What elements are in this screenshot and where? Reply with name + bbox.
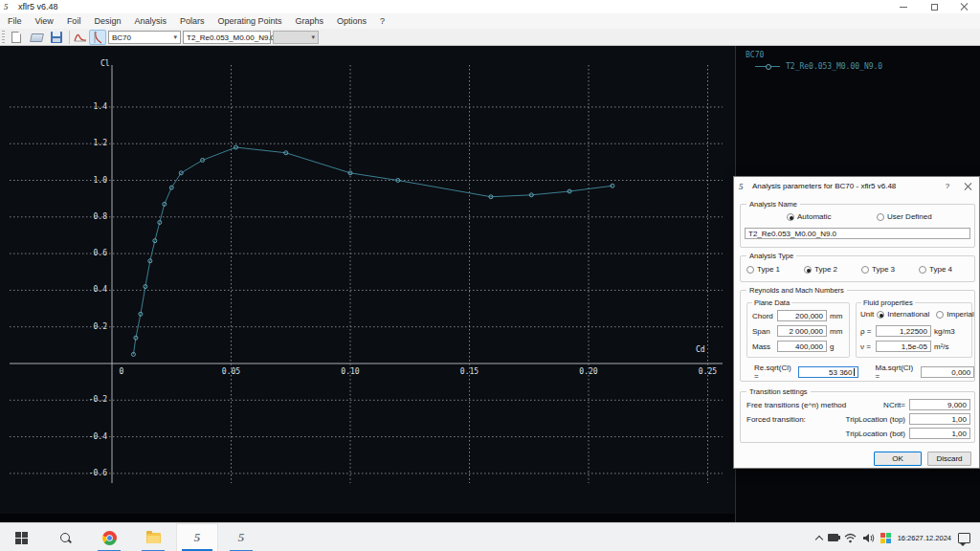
legend-curve-sample-icon bbox=[755, 66, 780, 67]
menu-analysis[interactable]: Analysis bbox=[127, 13, 173, 29]
trip-top-label: TripLocation (top) bbox=[846, 415, 905, 424]
dialog-title: Analysis parameters for BC70 - xflr5 v6.… bbox=[752, 182, 896, 190]
taskbar-explorer-button[interactable] bbox=[132, 523, 174, 551]
foil-curve-icon bbox=[74, 31, 87, 44]
taskbar-chrome-button[interactable] bbox=[88, 523, 130, 551]
tray-volume-button[interactable] bbox=[859, 523, 878, 551]
analysis-type-group-title: Analysis Type bbox=[746, 252, 796, 260]
xflr5-window: xflr5 v6.48 File View Foil Design Analys… bbox=[0, 0, 980, 551]
taskbar-xflr5-button-2[interactable]: 5 bbox=[220, 523, 262, 551]
unit-label: Unit bbox=[860, 310, 874, 319]
ma-sqrt-input[interactable]: 0,000 bbox=[921, 366, 974, 378]
y-tick-label: -0.6 bbox=[82, 469, 107, 477]
tray-network-button[interactable] bbox=[841, 523, 859, 551]
camera-icon bbox=[828, 534, 838, 541]
ncrit-label: NCrit= bbox=[883, 401, 905, 409]
dialog-help-button[interactable]: ? bbox=[937, 177, 958, 195]
re-sqrt-input[interactable]: 53 360 bbox=[798, 366, 858, 378]
menu-polars[interactable]: Polars bbox=[173, 13, 212, 29]
speaker-icon bbox=[862, 533, 875, 543]
mass-unit: g bbox=[830, 342, 834, 351]
menu-help[interactable]: ? bbox=[373, 13, 391, 29]
menu-graphs[interactable]: Graphs bbox=[288, 13, 330, 29]
wifi-icon bbox=[844, 533, 857, 543]
discard-button[interactable]: Discard bbox=[927, 452, 971, 466]
analysis-name-input[interactable]: T2_Re0.053_M0.00_N9.0 bbox=[745, 228, 970, 239]
radio-type3[interactable] bbox=[861, 266, 869, 274]
nu-input[interactable]: 1,5e-05 bbox=[876, 341, 931, 352]
action-center-button[interactable] bbox=[955, 523, 980, 551]
y-tick-label: 0.2 bbox=[82, 322, 107, 331]
chevron-up-icon bbox=[814, 535, 822, 542]
close-icon bbox=[965, 183, 972, 190]
span-input[interactable]: 2 000,000 bbox=[777, 325, 827, 337]
polar-select-value: T2_Re0.053_M0.00_N9.0 bbox=[187, 33, 275, 42]
foil-select[interactable]: BC70 ▾ bbox=[108, 31, 181, 44]
x-tick-label: 0.10 bbox=[336, 367, 365, 376]
y-tick-label: -0.2 bbox=[82, 395, 107, 404]
radio-type1[interactable] bbox=[746, 266, 754, 274]
dialog-close-button[interactable] bbox=[958, 177, 979, 195]
x-tick-label: 0.25 bbox=[694, 367, 723, 376]
y-tick-label: 0.8 bbox=[82, 212, 107, 221]
taskbar-xflr5-button-active[interactable]: 5 bbox=[176, 523, 218, 551]
taskbar-search-button[interactable] bbox=[44, 523, 86, 551]
operating-point-select[interactable]: ▾ bbox=[273, 31, 319, 44]
y-axis-title: Cl bbox=[100, 59, 123, 68]
polar-view-button[interactable] bbox=[89, 30, 106, 45]
reynolds-mach-group: Reynolds and Mach Numbers Plane Data Cho… bbox=[740, 290, 975, 382]
radio-user-defined[interactable] bbox=[877, 213, 884, 221]
open-project-button[interactable] bbox=[28, 30, 45, 45]
taskbar: 5 5 bbox=[0, 522, 980, 551]
trip-top-input[interactable]: 1,00 bbox=[909, 413, 970, 425]
y-tick-label: -0.4 bbox=[82, 432, 107, 441]
radio-type4[interactable] bbox=[919, 266, 926, 274]
opp-view-button[interactable] bbox=[72, 30, 89, 45]
radio-type3-label: Type 3 bbox=[872, 265, 895, 274]
y-tick-label: 0.4 bbox=[82, 285, 107, 294]
save-project-button[interactable] bbox=[48, 30, 65, 45]
radio-type4-label: Type 4 bbox=[929, 265, 952, 274]
radio-international[interactable] bbox=[877, 311, 884, 319]
maximize-button[interactable] bbox=[919, 0, 949, 13]
span-unit: mm bbox=[830, 327, 842, 336]
toolbar-grip[interactable] bbox=[2, 31, 5, 44]
chevron-down-icon: ▾ bbox=[170, 33, 177, 41]
menu-foil[interactable]: Foil bbox=[60, 13, 88, 29]
ok-button[interactable]: OK bbox=[874, 452, 922, 466]
x-tick-label: 0.20 bbox=[574, 367, 603, 376]
ncrit-input[interactable]: 9,000 bbox=[909, 399, 970, 410]
rho-input[interactable]: 1,22500 bbox=[876, 325, 931, 337]
polar-select[interactable]: T2_Re0.053_M0.00_N9.0 ▾ bbox=[183, 31, 271, 44]
start-button[interactable] bbox=[0, 523, 42, 551]
dialog-title-bar[interactable]: Analysis parameters for BC70 - xflr5 v6.… bbox=[734, 177, 979, 195]
menu-options[interactable]: Options bbox=[330, 13, 373, 29]
nu-unit: m²/s bbox=[934, 342, 949, 351]
radio-type2-label: Type 2 bbox=[814, 265, 837, 274]
taskbar-clock[interactable]: 16:26 27.12.2024 bbox=[894, 523, 955, 551]
trip-bot-input[interactable]: 1,00 bbox=[909, 428, 970, 439]
polar-graph-canvas[interactable]: Cl Cd 1.41.21.00.80.60.40.2-0.2-0.4-0.60… bbox=[0, 46, 735, 514]
menu-design[interactable]: Design bbox=[87, 13, 127, 29]
tray-expand-button[interactable] bbox=[813, 523, 825, 551]
radio-imperial[interactable] bbox=[936, 311, 944, 319]
radio-type2[interactable] bbox=[804, 266, 812, 274]
notification-icon bbox=[958, 533, 970, 543]
minimize-button[interactable] bbox=[888, 0, 919, 13]
plane-data-title: Plane Data bbox=[752, 298, 791, 307]
mass-label: Mass bbox=[752, 342, 777, 351]
close-button[interactable] bbox=[949, 0, 980, 13]
new-project-button[interactable] bbox=[8, 30, 25, 45]
radio-international-label: International bbox=[887, 310, 929, 319]
transition-group-title: Transition settings bbox=[746, 387, 811, 396]
file-explorer-icon bbox=[146, 533, 161, 543]
menu-view[interactable]: View bbox=[29, 13, 60, 29]
chord-input[interactable]: 200,000 bbox=[777, 310, 827, 321]
menu-operating-points[interactable]: Operating Points bbox=[211, 13, 288, 29]
menu-file[interactable]: File bbox=[1, 13, 29, 29]
radio-automatic[interactable] bbox=[787, 213, 794, 221]
mass-input[interactable]: 400,000 bbox=[777, 341, 827, 352]
tray-app-button[interactable] bbox=[878, 523, 894, 551]
rho-unit: kg/m3 bbox=[934, 327, 955, 336]
tray-device-button[interactable] bbox=[825, 523, 841, 551]
